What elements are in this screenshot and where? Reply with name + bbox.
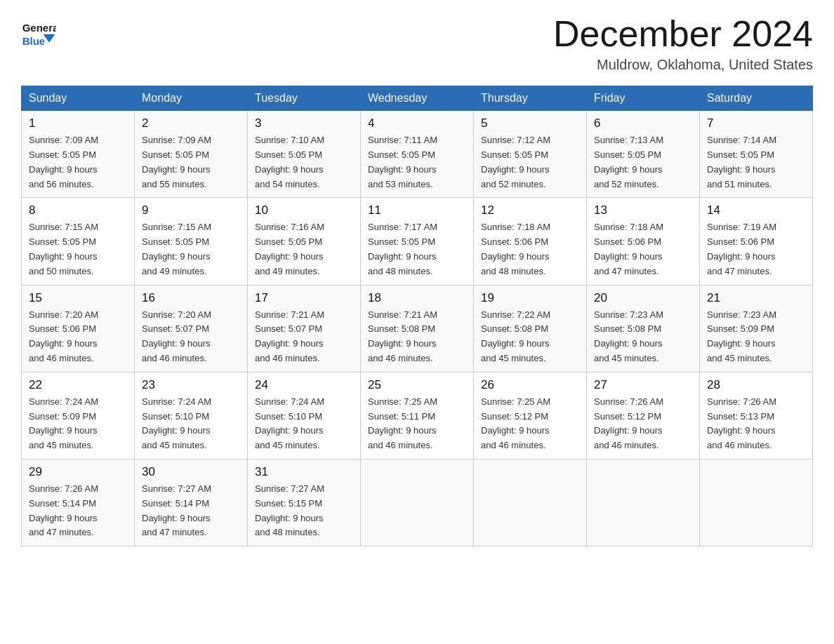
day-number: 24 bbox=[255, 378, 353, 392]
calendar-cell: 20 Sunrise: 7:23 AM Sunset: 5:08 PM Dayl… bbox=[587, 285, 700, 372]
day-number: 6 bbox=[594, 116, 692, 130]
day-info: Sunrise: 7:24 AM Sunset: 5:10 PM Dayligh… bbox=[255, 395, 353, 453]
day-info: Sunrise: 7:23 AM Sunset: 5:09 PM Dayligh… bbox=[707, 308, 805, 366]
day-number: 16 bbox=[142, 291, 240, 305]
day-info: Sunrise: 7:26 AM Sunset: 5:12 PM Dayligh… bbox=[594, 395, 692, 453]
calendar-cell: 21 Sunrise: 7:23 AM Sunset: 5:09 PM Dayl… bbox=[700, 285, 813, 372]
calendar-cell: 29 Sunrise: 7:26 AM Sunset: 5:14 PM Dayl… bbox=[22, 459, 135, 546]
day-info: Sunrise: 7:15 AM Sunset: 5:05 PM Dayligh… bbox=[142, 220, 240, 279]
calendar-cell: 30 Sunrise: 7:27 AM Sunset: 5:14 PM Dayl… bbox=[135, 459, 248, 546]
day-info: Sunrise: 7:20 AM Sunset: 5:06 PM Dayligh… bbox=[29, 308, 127, 366]
day-info: Sunrise: 7:21 AM Sunset: 5:08 PM Dayligh… bbox=[368, 308, 466, 366]
calendar-cell: 8 Sunrise: 7:15 AM Sunset: 5:05 PM Dayli… bbox=[22, 198, 135, 285]
day-info: Sunrise: 7:20 AM Sunset: 5:07 PM Dayligh… bbox=[142, 308, 240, 366]
day-number: 31 bbox=[255, 465, 353, 479]
day-info: Sunrise: 7:11 AM Sunset: 5:05 PM Dayligh… bbox=[368, 133, 466, 192]
day-number: 29 bbox=[29, 465, 127, 479]
day-number: 5 bbox=[481, 116, 579, 130]
day-number: 26 bbox=[481, 378, 579, 392]
day-number: 28 bbox=[707, 378, 805, 392]
week-row-4: 22 Sunrise: 7:24 AM Sunset: 5:09 PM Dayl… bbox=[22, 372, 813, 459]
day-info: Sunrise: 7:25 AM Sunset: 5:12 PM Dayligh… bbox=[481, 395, 579, 453]
day-info: Sunrise: 7:26 AM Sunset: 5:13 PM Dayligh… bbox=[707, 395, 805, 453]
calendar-table: SundayMondayTuesdayWednesdayThursdayFrid… bbox=[21, 86, 813, 546]
calendar-cell: 6 Sunrise: 7:13 AM Sunset: 5:05 PM Dayli… bbox=[587, 111, 700, 198]
logo-icon: General Blue bbox=[21, 14, 56, 49]
day-number: 9 bbox=[142, 203, 240, 217]
day-number: 25 bbox=[368, 378, 466, 392]
calendar-cell bbox=[474, 459, 587, 546]
day-number: 22 bbox=[29, 378, 127, 392]
day-info: Sunrise: 7:14 AM Sunset: 5:05 PM Dayligh… bbox=[707, 133, 805, 192]
week-row-3: 15 Sunrise: 7:20 AM Sunset: 5:06 PM Dayl… bbox=[22, 285, 813, 372]
calendar-cell: 24 Sunrise: 7:24 AM Sunset: 5:10 PM Dayl… bbox=[248, 372, 361, 459]
calendar-cell: 1 Sunrise: 7:09 AM Sunset: 5:05 PM Dayli… bbox=[22, 111, 135, 198]
calendar-title: December 2024 bbox=[553, 14, 813, 54]
calendar-cell: 28 Sunrise: 7:26 AM Sunset: 5:13 PM Dayl… bbox=[700, 372, 813, 459]
day-info: Sunrise: 7:23 AM Sunset: 5:08 PM Dayligh… bbox=[594, 308, 692, 366]
day-number: 10 bbox=[255, 203, 353, 217]
day-number: 1 bbox=[29, 116, 127, 130]
day-info: Sunrise: 7:10 AM Sunset: 5:05 PM Dayligh… bbox=[255, 133, 353, 192]
day-info: Sunrise: 7:22 AM Sunset: 5:08 PM Dayligh… bbox=[481, 308, 579, 366]
calendar-cell: 2 Sunrise: 7:09 AM Sunset: 5:05 PM Dayli… bbox=[135, 111, 248, 198]
weekday-header-wednesday: Wednesday bbox=[361, 86, 474, 111]
day-number: 21 bbox=[707, 291, 805, 305]
day-info: Sunrise: 7:09 AM Sunset: 5:05 PM Dayligh… bbox=[29, 133, 127, 192]
calendar-cell: 9 Sunrise: 7:15 AM Sunset: 5:05 PM Dayli… bbox=[135, 198, 248, 285]
day-info: Sunrise: 7:18 AM Sunset: 5:06 PM Dayligh… bbox=[481, 220, 579, 279]
calendar-cell: 31 Sunrise: 7:27 AM Sunset: 5:15 PM Dayl… bbox=[248, 459, 361, 546]
week-row-5: 29 Sunrise: 7:26 AM Sunset: 5:14 PM Dayl… bbox=[22, 459, 813, 546]
calendar-cell: 17 Sunrise: 7:21 AM Sunset: 5:07 PM Dayl… bbox=[248, 285, 361, 372]
day-info: Sunrise: 7:09 AM Sunset: 5:05 PM Dayligh… bbox=[142, 133, 240, 192]
day-info: Sunrise: 7:18 AM Sunset: 5:06 PM Dayligh… bbox=[594, 220, 692, 279]
day-number: 19 bbox=[481, 291, 579, 305]
day-number: 17 bbox=[255, 291, 353, 305]
calendar-cell: 18 Sunrise: 7:21 AM Sunset: 5:08 PM Dayl… bbox=[361, 285, 474, 372]
svg-text:Blue: Blue bbox=[22, 35, 46, 47]
day-info: Sunrise: 7:21 AM Sunset: 5:07 PM Dayligh… bbox=[255, 308, 353, 366]
day-info: Sunrise: 7:15 AM Sunset: 5:05 PM Dayligh… bbox=[29, 220, 127, 279]
day-number: 3 bbox=[255, 116, 353, 130]
day-number: 14 bbox=[707, 203, 805, 217]
day-info: Sunrise: 7:19 AM Sunset: 5:06 PM Dayligh… bbox=[707, 220, 805, 279]
title-section: December 2024 Muldrow, Oklahoma, United … bbox=[553, 14, 813, 73]
weekday-header-sunday: Sunday bbox=[22, 86, 135, 111]
calendar-cell: 25 Sunrise: 7:25 AM Sunset: 5:11 PM Dayl… bbox=[361, 372, 474, 459]
calendar-cell: 13 Sunrise: 7:18 AM Sunset: 5:06 PM Dayl… bbox=[587, 198, 700, 285]
calendar-cell: 7 Sunrise: 7:14 AM Sunset: 5:05 PM Dayli… bbox=[700, 111, 813, 198]
calendar-cell: 14 Sunrise: 7:19 AM Sunset: 5:06 PM Dayl… bbox=[700, 198, 813, 285]
calendar-cell: 27 Sunrise: 7:26 AM Sunset: 5:12 PM Dayl… bbox=[587, 372, 700, 459]
day-number: 8 bbox=[29, 203, 127, 217]
day-info: Sunrise: 7:26 AM Sunset: 5:14 PM Dayligh… bbox=[29, 482, 127, 540]
day-number: 4 bbox=[368, 116, 466, 130]
svg-text:General: General bbox=[22, 22, 56, 34]
day-info: Sunrise: 7:16 AM Sunset: 5:05 PM Dayligh… bbox=[255, 220, 353, 279]
weekday-header-thursday: Thursday bbox=[474, 86, 587, 111]
week-row-1: 1 Sunrise: 7:09 AM Sunset: 5:05 PM Dayli… bbox=[22, 111, 813, 198]
day-number: 20 bbox=[594, 291, 692, 305]
calendar-cell: 4 Sunrise: 7:11 AM Sunset: 5:05 PM Dayli… bbox=[361, 111, 474, 198]
day-info: Sunrise: 7:24 AM Sunset: 5:10 PM Dayligh… bbox=[142, 395, 240, 453]
calendar-cell: 10 Sunrise: 7:16 AM Sunset: 5:05 PM Dayl… bbox=[248, 198, 361, 285]
day-number: 2 bbox=[142, 116, 240, 130]
calendar-cell bbox=[361, 459, 474, 546]
weekday-header-saturday: Saturday bbox=[700, 86, 813, 111]
day-info: Sunrise: 7:27 AM Sunset: 5:15 PM Dayligh… bbox=[255, 482, 353, 540]
calendar-cell bbox=[587, 459, 700, 546]
calendar-cell: 11 Sunrise: 7:17 AM Sunset: 5:05 PM Dayl… bbox=[361, 198, 474, 285]
day-info: Sunrise: 7:27 AM Sunset: 5:14 PM Dayligh… bbox=[142, 482, 240, 540]
day-number: 7 bbox=[707, 116, 805, 130]
day-number: 15 bbox=[29, 291, 127, 305]
calendar-cell: 19 Sunrise: 7:22 AM Sunset: 5:08 PM Dayl… bbox=[474, 285, 587, 372]
day-number: 23 bbox=[142, 378, 240, 392]
weekday-header-friday: Friday bbox=[587, 86, 700, 111]
calendar-cell: 22 Sunrise: 7:24 AM Sunset: 5:09 PM Dayl… bbox=[22, 372, 135, 459]
calendar-cell: 16 Sunrise: 7:20 AM Sunset: 5:07 PM Dayl… bbox=[135, 285, 248, 372]
day-info: Sunrise: 7:12 AM Sunset: 5:05 PM Dayligh… bbox=[481, 133, 579, 192]
weekday-header-row: SundayMondayTuesdayWednesdayThursdayFrid… bbox=[22, 86, 813, 111]
day-info: Sunrise: 7:17 AM Sunset: 5:05 PM Dayligh… bbox=[368, 220, 466, 279]
calendar-cell: 15 Sunrise: 7:20 AM Sunset: 5:06 PM Dayl… bbox=[22, 285, 135, 372]
page-header: General Blue December 2024 Muldrow, Okla… bbox=[21, 14, 813, 73]
day-info: Sunrise: 7:25 AM Sunset: 5:11 PM Dayligh… bbox=[368, 395, 466, 453]
